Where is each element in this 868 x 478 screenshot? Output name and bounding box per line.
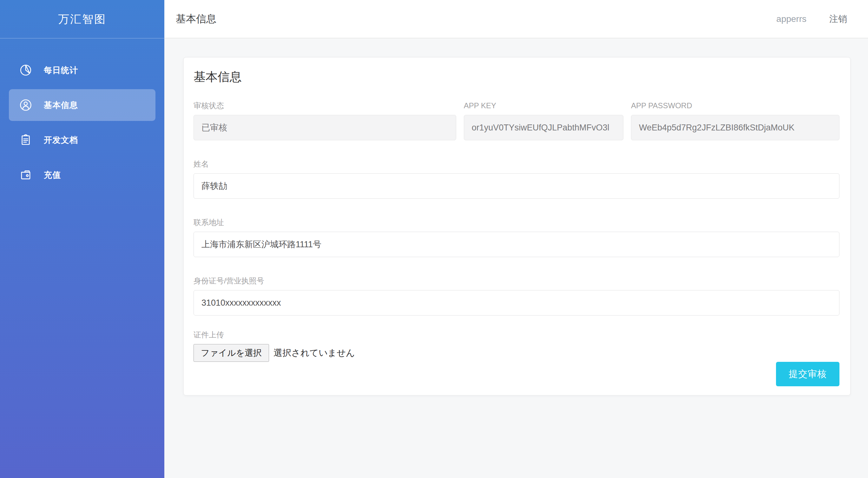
sidebar-item-daily-stats[interactable]: 每日统计 (9, 54, 155, 86)
field-id-number: 身份证号/营业执照号 (193, 276, 839, 316)
field-upload: 证件上传 ファイルを選択 選択されていません (193, 330, 839, 362)
file-status-text: 選択されていません (274, 347, 355, 359)
id-number-label: 身份证号/营业执照号 (193, 276, 839, 286)
address-input[interactable] (193, 232, 839, 257)
sidebar: 万汇智图 每日统计 (0, 0, 164, 478)
topbar-right: apperrs 注销 (776, 13, 868, 25)
pie-chart-icon (19, 63, 32, 77)
id-number-input[interactable] (193, 290, 839, 316)
logout-link[interactable]: 注销 (829, 13, 847, 25)
file-upload-control: ファイルを選択 選択されていません (193, 344, 839, 362)
upload-label: 证件上传 (193, 330, 839, 339)
topbar: 基本信息 apperrs 注销 (164, 0, 868, 38)
file-select-button[interactable]: ファイルを選択 (193, 344, 269, 362)
content-area: 基本信息 审核状态 APP KEY APP PASSWORD (164, 38, 868, 478)
submit-row: 提交审核 (193, 362, 839, 386)
app-key-label: APP KEY (464, 101, 623, 111)
user-icon (19, 98, 32, 112)
audit-status-label: 审核状态 (193, 101, 456, 111)
sidebar-item-label: 基本信息 (44, 100, 78, 111)
app-root: 万汇智图 每日统计 (0, 0, 868, 478)
name-label: 姓名 (193, 159, 839, 169)
sidebar-menu: 每日统计 基本信息 (0, 38, 164, 194)
page-title: 基本信息 (176, 12, 216, 26)
basic-info-card: 基本信息 审核状态 APP KEY APP PASSWORD (183, 57, 850, 395)
address-label: 联系地址 (193, 218, 839, 227)
sidebar-item-recharge[interactable]: 充值 (9, 159, 155, 191)
app-logo: 万汇智图 (58, 12, 106, 27)
app-key-input (464, 115, 623, 140)
main-column: 基本信息 apperrs 注销 基本信息 审核状态 APP KEY (164, 0, 868, 478)
sidebar-item-label: 开发文档 (44, 135, 78, 146)
field-app-key: APP KEY (464, 101, 623, 140)
card-heading: 基本信息 (193, 69, 839, 85)
sidebar-header: 万汇智图 (0, 0, 164, 38)
audit-status-input (193, 115, 456, 140)
sidebar-item-dev-docs[interactable]: 开发文档 (9, 124, 155, 156)
app-password-label: APP PASSWORD (631, 101, 839, 111)
field-app-password: APP PASSWORD (631, 101, 839, 140)
username-link[interactable]: apperrs (776, 14, 806, 24)
field-name: 姓名 (193, 159, 839, 199)
sidebar-item-label: 充值 (44, 170, 61, 181)
field-audit-status: 审核状态 (193, 101, 456, 140)
app-password-input (631, 115, 839, 140)
credentials-row: 审核状态 APP KEY APP PASSWORD (193, 101, 839, 140)
sidebar-item-label: 每日统计 (44, 65, 78, 76)
sidebar-item-basic-info[interactable]: 基本信息 (9, 89, 155, 121)
field-address: 联系地址 (193, 218, 839, 257)
wallet-icon (19, 168, 32, 182)
document-icon (19, 133, 32, 147)
submit-review-button[interactable]: 提交审核 (776, 362, 839, 386)
name-input[interactable] (193, 173, 839, 199)
